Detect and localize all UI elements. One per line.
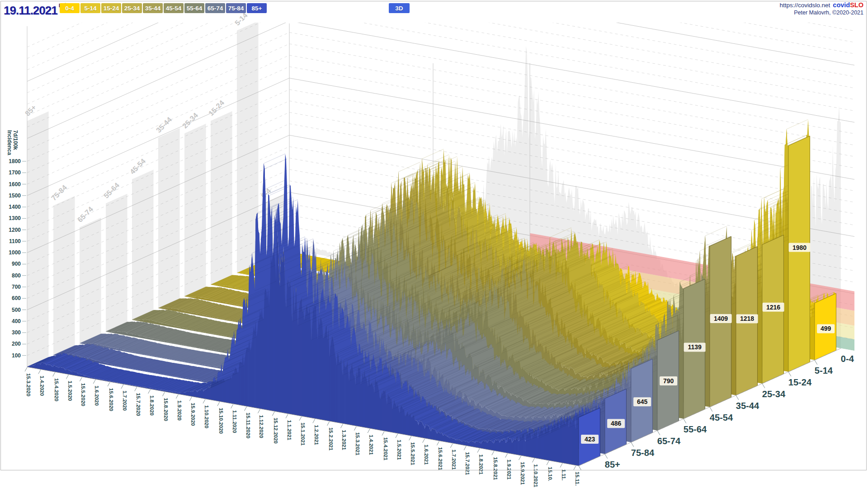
site-info: https://covidslo.netcovidSLO Peter Malov…	[780, 1, 864, 16]
x-tick-label: 15.7.2021	[465, 452, 470, 475]
y-tick-label: 1400	[9, 204, 21, 210]
end-value-label-25-34: 1218	[736, 314, 758, 323]
x-tick-label: 15.6.2020	[108, 388, 114, 411]
wall-shadow-bar-75-84	[53, 196, 75, 355]
age-axis-label-85+: 85+	[605, 460, 620, 469]
x-tick-label: 1.10.2021	[533, 464, 538, 488]
svg-text:1139: 1139	[688, 343, 702, 351]
y-tick-label: 400	[12, 318, 21, 324]
x-tick-label: 1.4.2021	[368, 435, 374, 455]
y-tick-label: 700	[12, 284, 21, 290]
incidence-3d-chart[interactable]: 85+75-8465-7455-6445-5435-4425-3415-245-…	[0, 0, 868, 488]
y-tick-label: 600	[12, 295, 21, 301]
covidslo-page: 85+75-8465-7455-6445-5435-4425-3415-245-…	[0, 0, 868, 488]
mode-3d-button[interactable]: 3D	[389, 3, 410, 13]
end-value-label-35-44: 1409	[710, 314, 732, 323]
y-tick-label: 200	[12, 341, 21, 347]
age-axis-label-55-64: 55-64	[684, 424, 707, 434]
x-tick-label: 1.7.2020	[122, 390, 127, 411]
x-tick-label: 15.3.2020	[26, 373, 31, 396]
age-axis-label-25-34: 25-34	[762, 389, 786, 399]
wall-shadow-bar-45-54	[132, 169, 154, 320]
x-tick-label: 15.4.2021	[383, 437, 388, 461]
age-filter-button-55-64[interactable]: 55-64	[184, 3, 204, 13]
age-filter-button-0-4[interactable]: 0-4	[60, 3, 80, 13]
y-tick-label: 900	[12, 261, 21, 267]
y-tick-label: 1700	[9, 169, 21, 176]
age-filter-button-65-74[interactable]: 65-74	[205, 3, 225, 13]
x-tick-label: 1.8.2021	[478, 455, 484, 475]
svg-text:486: 486	[611, 420, 622, 427]
x-tick-label: 15.2.2021	[328, 427, 334, 451]
wall-shadow-bar-55-64	[106, 194, 127, 332]
age-filter-button-85+[interactable]: 85+	[247, 3, 267, 13]
x-tick-label: 1.11.2020	[232, 410, 237, 433]
svg-text:1218: 1218	[740, 315, 754, 322]
age-filter-button-25-34[interactable]: 25-34	[122, 3, 142, 13]
y-tick-label: 1100	[9, 238, 21, 244]
end-value-label-5-14: 1980	[789, 243, 811, 252]
y-tick-label: 1800	[9, 158, 21, 164]
age-axis-label-75-84: 75-84	[631, 448, 655, 458]
x-tick-label: 1.2.2021	[314, 425, 319, 445]
x-tick-label: 15.10.	[547, 467, 553, 481]
y-tick-label: 500	[12, 307, 21, 313]
age-axis-label-15-24: 15-24	[788, 377, 812, 387]
end-value-label-45-54: 1139	[684, 343, 706, 352]
x-tick-label: 1.4.2020	[39, 375, 45, 396]
wall-shadow-bar-15-24	[211, 111, 232, 285]
svg-text:645: 645	[637, 398, 648, 405]
svg-text:1409: 1409	[714, 315, 728, 322]
site-url-link[interactable]: https://covidslo.net	[780, 2, 830, 9]
x-tick-label: 1.11.	[561, 469, 566, 480]
svg-text:1980: 1980	[793, 244, 807, 251]
x-tick-label: 1.9.2021	[506, 460, 512, 480]
x-tick-label: 15.8.2021	[493, 457, 498, 480]
brand-covid: covid	[833, 1, 850, 9]
age-axis-label-45-54: 45-54	[710, 413, 733, 422]
svg-text:790: 790	[663, 377, 674, 385]
age-axis-label-35-44: 35-44	[736, 401, 760, 411]
age-filter-button-35-44[interactable]: 35-44	[143, 3, 163, 13]
age-filter-button-75-84[interactable]: 75-84	[226, 3, 246, 13]
y-tick-label: 1200	[9, 227, 21, 233]
svg-text:499: 499	[821, 325, 831, 332]
series-end-cap-5-14[interactable]	[788, 136, 810, 372]
y-tick-label: 800	[12, 272, 21, 279]
age-axis-label-5-14: 5-14	[815, 366, 833, 375]
wall-label-65-74: 65-74	[76, 205, 94, 224]
wall-label-25-34: 25-34	[181, 111, 199, 130]
x-tick-label: 15.1.2021	[300, 422, 306, 446]
x-tick-label: 1.8.2020	[149, 395, 155, 416]
end-value-label-15-24: 1216	[763, 303, 784, 312]
x-tick-label: 15.5.2020	[80, 383, 86, 406]
age-filter-button-45-54[interactable]: 45-54	[164, 3, 184, 13]
date-text: 19.11.2021	[4, 4, 57, 17]
x-tick-label: 15.7.2020	[136, 393, 141, 416]
end-value-label-0-4: 499	[817, 324, 835, 333]
x-tick-label: 15.10.2020	[218, 408, 224, 434]
x-tick-label: 1.7.2021	[451, 450, 457, 470]
x-tick-label: 1.10.2020	[204, 405, 209, 428]
x-tick-label: 15.4.2020	[54, 378, 59, 401]
svg-text:1216: 1216	[766, 304, 780, 311]
age-filter-button-15-24[interactable]: 15-24	[101, 3, 121, 13]
wall-label-55-64: 55-64	[102, 181, 121, 200]
author-credit: Peter Malovrh, ©2020-2021	[780, 9, 864, 16]
wall-shadow-bar-5-14	[237, 21, 259, 273]
wall-shadow-bar-25-34	[184, 124, 206, 296]
wall-shadow-bar-85+	[27, 111, 49, 367]
x-tick-label: 1.6.2020	[94, 385, 99, 406]
x-tick-label: 15.12.2020	[273, 418, 278, 444]
x-tick-label: 15.5.2021	[410, 442, 415, 465]
wall-shadow-bar-65-74	[80, 218, 101, 343]
svg-text:423: 423	[585, 436, 595, 443]
age-filter-buttons: 0-45-1415-2425-3435-4445-5455-6465-7475-…	[60, 3, 267, 13]
end-value-label-55-64: 790	[660, 376, 677, 385]
x-tick-label: 1.6.2021	[424, 445, 429, 465]
x-tick-label: 1.12.2020	[259, 415, 264, 438]
end-value-label-65-74: 645	[633, 397, 651, 406]
y-tick-label: 1000	[9, 249, 21, 256]
x-tick-label: 15.3.2021	[355, 432, 360, 456]
age-filter-button-5-14[interactable]: 5-14	[80, 3, 100, 13]
